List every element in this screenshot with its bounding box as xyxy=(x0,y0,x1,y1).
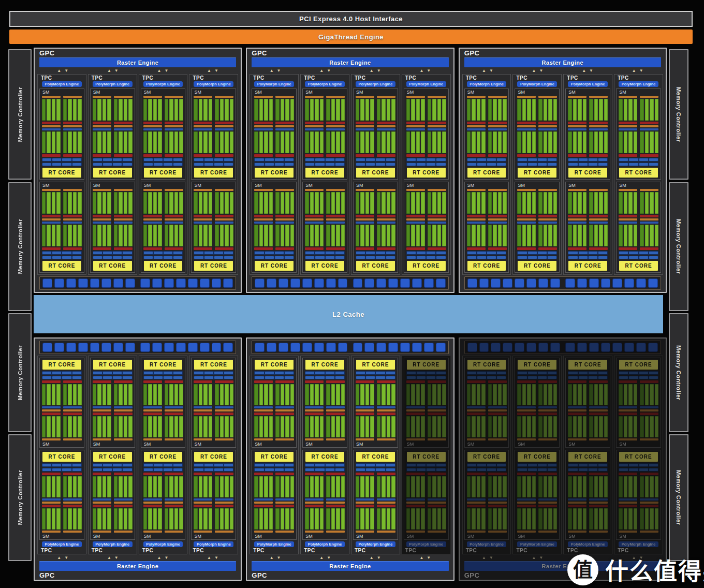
texture-unit xyxy=(649,464,658,466)
tpc-label: TPC xyxy=(353,75,398,81)
cuda-core-column xyxy=(209,384,212,405)
rop-unit xyxy=(338,343,348,352)
orange-bar-segment xyxy=(305,218,324,220)
core-half xyxy=(165,416,183,437)
rop-unit xyxy=(267,278,276,288)
cuda-core-column xyxy=(387,192,390,214)
sm-label: SM xyxy=(467,89,507,95)
cuda-core-column xyxy=(428,416,431,437)
cuda-core-column xyxy=(97,131,101,153)
cuda-core-column xyxy=(331,192,335,214)
down-arrow-icon: ▼ xyxy=(214,556,218,560)
orange-bar-segment xyxy=(42,438,61,440)
cuda-core-column xyxy=(568,384,571,405)
orange-bar-segment xyxy=(568,502,586,504)
texture-unit xyxy=(417,464,426,466)
texture-unit xyxy=(356,372,365,374)
cuda-core-column xyxy=(382,99,385,121)
arrow-cell: ▲▼ xyxy=(250,67,300,74)
cuda-core-column xyxy=(650,508,653,530)
cuda-core-column xyxy=(264,225,268,246)
texture-unit xyxy=(275,256,284,259)
texture-unit xyxy=(619,163,628,166)
red-bar-segment xyxy=(589,154,608,157)
sm-block: SMRT CORE xyxy=(252,89,297,180)
red-bar-segment xyxy=(165,122,183,124)
orange-bar-segment xyxy=(619,125,637,127)
cuda-core-column xyxy=(128,131,132,153)
texture-unit xyxy=(154,376,163,379)
cuda-core-column xyxy=(548,508,552,530)
rop-unit xyxy=(90,343,100,352)
red-bar-segment xyxy=(640,413,658,415)
cuda-core-column xyxy=(165,225,168,246)
blue-bar-segment xyxy=(568,222,586,224)
cuda-core-column xyxy=(421,131,424,153)
rop-unit xyxy=(624,278,634,288)
texture-unit xyxy=(194,158,203,161)
cuda-core-array xyxy=(467,476,507,497)
rop-unit xyxy=(550,343,560,352)
cuda-core-column xyxy=(148,384,152,405)
cuda-core-column xyxy=(377,225,380,246)
blue-bar-segment xyxy=(377,222,395,224)
arrow-cell: ▲▼ xyxy=(138,554,188,561)
red-bar-segment xyxy=(589,473,608,475)
cuda-core-column xyxy=(215,192,218,214)
cuda-core-column xyxy=(68,476,71,497)
texture-unit xyxy=(315,256,324,259)
texture-unit xyxy=(52,376,61,379)
cuda-core-column xyxy=(209,225,212,246)
red-bar-segment xyxy=(93,413,111,415)
rt-core-bar: RT CORE xyxy=(255,452,294,462)
texture-unit xyxy=(589,376,597,379)
blue-bar-segment xyxy=(326,498,345,501)
cuda-core-column xyxy=(153,225,157,246)
cuda-core-column xyxy=(310,131,314,153)
cuda-core-array xyxy=(93,131,133,153)
orange-bar-segment xyxy=(305,409,324,411)
orange-bar-segment xyxy=(467,502,486,504)
orange-bar xyxy=(467,125,507,127)
orange-bar xyxy=(93,218,133,220)
cuda-core-column xyxy=(281,131,284,153)
rt-core-bar: RT CORE xyxy=(144,168,183,178)
core-half xyxy=(254,416,273,437)
cuda-core-column xyxy=(102,192,106,214)
orange-bar xyxy=(254,409,294,411)
up-arrow-icon: ▲ xyxy=(107,69,111,73)
sm-block: SMRT CORE xyxy=(191,89,236,180)
red-bar-segment xyxy=(406,380,425,383)
gpc-block: GPCRaster Engine▲▼▲▼▲▼▲▼TPCPolyMorph Eng… xyxy=(459,48,667,293)
texture-row xyxy=(93,376,133,379)
cuda-core-column xyxy=(259,384,263,405)
texture-unit xyxy=(427,464,435,466)
orange-bar-segment xyxy=(406,531,425,533)
red-bar-segment xyxy=(538,122,557,124)
cuda-core-column xyxy=(634,416,637,437)
cuda-core-column xyxy=(128,508,132,530)
tpc-label: TPC xyxy=(464,547,509,554)
cuda-core-column xyxy=(655,508,658,530)
cuda-core-array xyxy=(254,476,294,497)
cuda-core-column xyxy=(341,99,345,121)
cuda-core-column xyxy=(174,225,178,246)
orange-bar xyxy=(42,125,82,127)
sm-label: SM xyxy=(143,441,183,447)
cuda-core-column xyxy=(416,99,420,121)
texture-units xyxy=(143,371,183,379)
core-half xyxy=(589,416,608,437)
blue-bar-segment xyxy=(42,222,61,224)
blue-bar-segment xyxy=(42,406,61,408)
cuda-core-column xyxy=(437,99,441,121)
texture-unit xyxy=(487,376,496,379)
cuda-core-column xyxy=(370,476,374,497)
texture-units xyxy=(356,251,395,259)
texture-unit xyxy=(173,464,182,466)
cuda-core-column xyxy=(370,192,374,214)
cuda-core-column xyxy=(68,508,71,530)
orange-bar-segment xyxy=(467,125,486,127)
orange-bar-segment xyxy=(215,531,233,533)
cuda-core-column xyxy=(624,416,627,437)
red-bar-segment xyxy=(467,473,486,475)
